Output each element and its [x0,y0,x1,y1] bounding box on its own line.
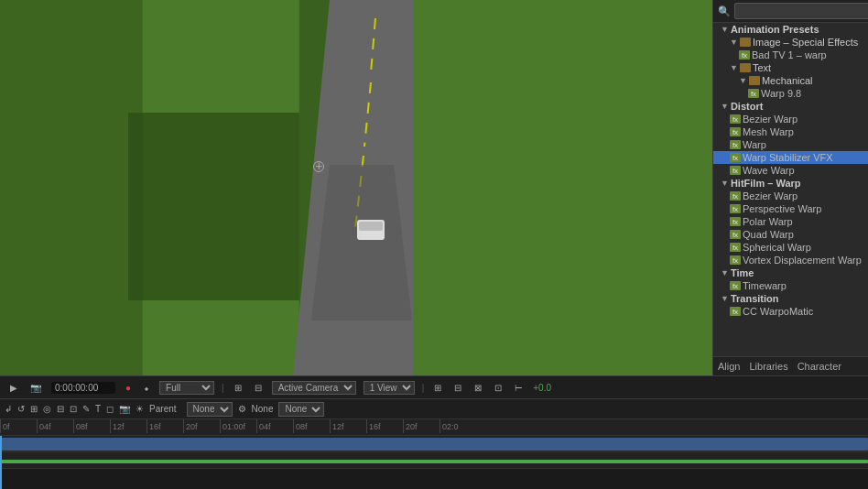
effect-icon: fx [730,243,741,252]
folder-icon [749,76,760,85]
effect-warp-stabilizer-vfx[interactable]: fx Warp Stabilizer VFX [713,151,868,164]
effect-cc-warpomatic[interactable]: fx CC WarpoMatic [713,305,868,318]
effects-list: ▼ Animation Presets ▼ Image – Special Ef… [713,23,868,356]
arrow-icon: ▼ [721,179,729,188]
timecode-display[interactable]: 0:00:00:00 [51,382,115,394]
tl-light[interactable]: ☀ [136,404,144,414]
quality-select[interactable]: Full Half Quarter [159,381,214,395]
effect-warp[interactable]: fx Warp [713,138,868,151]
track-bar-1[interactable] [0,438,868,451]
camera-select[interactable]: Active Camera [272,381,356,395]
svg-rect-3 [128,113,299,300]
separator: | [222,383,224,393]
effect-timewarp[interactable]: fx Timewarp [713,279,868,292]
panel-tabs: Align Libraries Character [713,356,868,375]
svg-rect-11 [359,222,383,231]
render-btn[interactable]: ⊡ [492,382,505,394]
snap-btn[interactable]: ⊠ [472,382,484,394]
ruler-mark-08: 08f [73,419,110,433]
tl-text[interactable]: T [95,404,101,414]
camera-icon[interactable]: 📷 [27,382,44,394]
search-input[interactable]: warp [734,3,868,19]
effect-hf-perspective-warp[interactable]: fx Perspective Warp [713,202,868,215]
timeline-content: 0f 04f 08f 12f 16f 20f 01:00f 04f 08f 12… [0,419,868,489]
tl-settings[interactable]: ⚙ [238,404,246,414]
tab-libraries[interactable]: Libraries [749,359,787,374]
region-btn[interactable]: ⊞ [232,382,244,394]
effects-panel: 🔍 warp × ▼ Animation Presets ▼ Image – S… [712,0,868,375]
playhead[interactable] [0,436,2,489]
marker-btn[interactable]: ⬥ [141,382,152,394]
effect-icon: fx [730,127,741,136]
tl-btn-1[interactable]: ↲ [5,404,12,414]
effect-hf-polar-warp[interactable]: fx Polar Warp [713,215,868,228]
none-label: None [252,404,274,414]
category-hitfilm-warp[interactable]: ▼ HitFilm – Warp [713,177,868,190]
svg-rect-2 [0,0,143,375]
tab-character[interactable]: Character [797,359,841,374]
track-1 [0,436,868,452]
folder-icon [740,38,751,47]
grid-btn[interactable]: ⊞ [431,382,444,394]
folder-image-special-effects[interactable]: ▼ Image – Special Effects [713,36,868,49]
tl-btn-4[interactable]: ◎ [43,404,51,414]
ruler-mark-16b: 16f [366,419,403,433]
effect-icon: fx [730,281,741,290]
effect-hf-spherical-warp[interactable]: fx Spherical Warp [713,241,868,254]
folder-mechanical[interactable]: ▼ Mechanical [713,74,868,87]
ruler-mark-20: 20f [183,419,220,433]
ruler-marks: 0f 04f 08f 12f 16f 20f 01:00f 04f 08f 12… [0,419,476,435]
category-time[interactable]: ▼ Time [713,266,868,279]
effect-icon: fx [730,191,741,201]
effect-hf-quad-warp[interactable]: fx Quad Warp [713,228,868,241]
category-animation-presets[interactable]: ▼ Animation Presets [713,23,868,36]
timeline-tracks [0,436,868,489]
tl-selection[interactable]: ⊡ [70,404,77,414]
ruler-mark-02: 02:0 [439,419,476,433]
arrow-icon: ▼ [721,102,729,111]
parent-select[interactable]: None [187,402,233,417]
tl-btn-3[interactable]: ⊞ [30,404,38,414]
ruler-mark-20b: 20f [403,419,439,433]
flow-btn[interactable]: ⊢ [512,382,526,394]
effect-mesh-warp[interactable]: fx Mesh Warp [713,125,868,138]
viewer-toolbar: ▶ 📷 0:00:00:00 ● ⬥ Full Half Quarter | ⊞… [0,375,868,398]
tl-pen[interactable]: ✎ [82,404,90,414]
category-distort[interactable]: ▼ Distort [713,100,868,113]
ruler-mark-08b: 08f [293,419,330,433]
effect-icon: fx [730,217,741,226]
arrow-icon: ▼ [730,38,738,47]
timeline-area: ↲ ↺ ⊞ ◎ ⊟ ⊡ ✎ T ◻ 📷 ☀ Parent None ⚙ None… [0,398,868,489]
effect-hf-vortex-warp[interactable]: fx Vortex Displacement Warp [713,254,868,266]
tl-btn-2[interactable]: ↺ [17,404,25,414]
effect-warp-9-8[interactable]: fx Warp 9.8 [713,87,868,100]
effect-icon: fx [730,255,741,265]
folder-text[interactable]: ▼ Text [713,61,868,74]
search-bar: 🔍 warp × [713,0,868,23]
tl-shape[interactable]: ◻ [106,404,114,414]
ruler-mark-16: 16f [146,419,183,433]
toggle-btn[interactable]: ▶ [7,382,20,394]
effect-bad-tv-warp[interactable]: fx Bad TV 1 – warp [713,49,868,61]
effect-hf-bezier-warp[interactable]: fx Bezier Warp [713,190,868,202]
effect-icon: fx [748,89,759,98]
alpha-btn[interactable]: ⊟ [252,382,265,394]
effect-icon: fx [739,50,750,60]
category-transition[interactable]: ▼ Transition [713,292,868,305]
ruler-mark-12: 12f [110,419,146,433]
tab-align[interactable]: Align [718,359,740,374]
view-select[interactable]: 1 View [363,381,415,395]
guide-btn[interactable]: ⊟ [451,382,464,394]
offset-display: +0.0 [533,383,551,393]
tl-cam[interactable]: 📷 [119,404,130,414]
arrow-icon: ▼ [730,63,738,72]
none-select[interactable]: None [278,402,324,417]
record-btn[interactable]: ● [123,382,134,394]
effect-wave-warp[interactable]: fx Wave Warp [713,164,868,177]
effect-icon: fx [730,230,741,239]
effect-bezier-warp[interactable]: fx Bezier Warp [713,113,868,125]
track-bar-green-1[interactable] [0,460,868,463]
svg-rect-8 [413,0,712,375]
viewer[interactable] [0,0,712,375]
tl-btn-5[interactable]: ⊟ [57,404,64,414]
